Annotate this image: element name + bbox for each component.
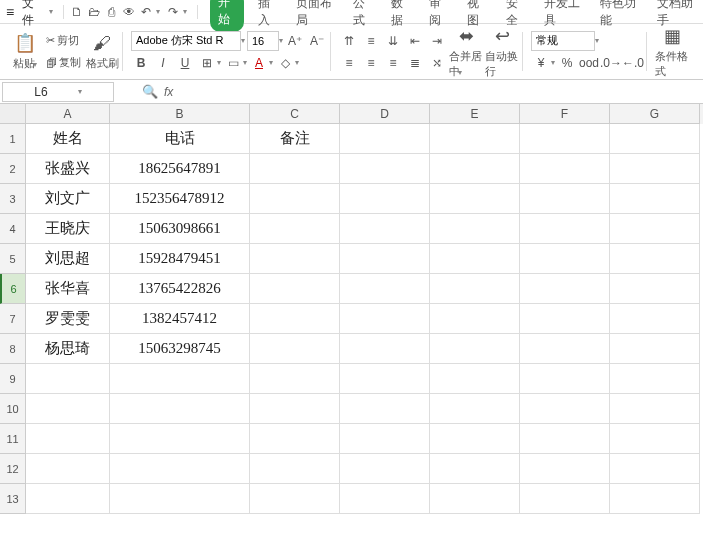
cell[interactable]: 15928479451 xyxy=(110,244,250,274)
col-header[interactable]: B xyxy=(110,104,250,124)
cell[interactable] xyxy=(250,304,340,334)
align-middle-icon[interactable]: ≡ xyxy=(361,31,381,51)
percent-icon[interactable]: % xyxy=(557,53,577,73)
chevron-down-icon[interactable]: ▾ xyxy=(241,36,245,45)
cell[interactable] xyxy=(610,304,700,334)
chevron-down-icon[interactable]: ▾ xyxy=(551,58,555,67)
row-header[interactable]: 13 xyxy=(0,484,26,514)
cell[interactable] xyxy=(610,454,700,484)
cell[interactable] xyxy=(430,424,520,454)
cell[interactable] xyxy=(250,484,340,514)
cell[interactable] xyxy=(26,424,110,454)
cell[interactable] xyxy=(610,154,700,184)
cell[interactable] xyxy=(26,394,110,424)
chevron-down-icon[interactable]: ▾ xyxy=(49,7,57,16)
conditional-format-button[interactable]: ▦ 条件格式 xyxy=(655,28,689,76)
cell[interactable] xyxy=(610,214,700,244)
cell[interactable] xyxy=(430,454,520,484)
hamburger-icon[interactable]: ≡ xyxy=(4,4,16,20)
zoom-icon[interactable]: 🔍 xyxy=(142,84,158,99)
cut-button[interactable]: ✂剪切 xyxy=(44,31,83,51)
cell[interactable] xyxy=(520,154,610,184)
font-color-button[interactable]: A xyxy=(249,53,269,73)
cell[interactable] xyxy=(340,394,430,424)
cell[interactable]: 备注 xyxy=(250,124,340,154)
print-preview-icon[interactable]: 👁 xyxy=(121,3,136,21)
col-header[interactable]: A xyxy=(26,104,110,124)
cell[interactable] xyxy=(430,184,520,214)
font-name-combo[interactable] xyxy=(131,31,241,51)
col-header[interactable]: G xyxy=(610,104,700,124)
cell[interactable] xyxy=(430,274,520,304)
undo-icon[interactable]: ↶ xyxy=(139,3,154,21)
row-header[interactable]: 12 xyxy=(0,454,26,484)
new-icon[interactable]: 🗋 xyxy=(69,3,84,21)
print-icon[interactable]: ⎙ xyxy=(104,3,119,21)
align-center-icon[interactable]: ≡ xyxy=(361,53,381,73)
cell[interactable]: 姓名 xyxy=(26,124,110,154)
row-header[interactable]: 7 xyxy=(0,304,26,334)
cell[interactable]: 张华喜 xyxy=(26,274,110,304)
chevron-down-icon[interactable]: ▾ xyxy=(243,58,247,67)
wrap-text-button[interactable]: ↩ 自动换行 xyxy=(485,28,519,76)
clear-button[interactable]: ◇ xyxy=(275,53,295,73)
row-header[interactable]: 11 xyxy=(0,424,26,454)
cell[interactable] xyxy=(250,154,340,184)
cell[interactable] xyxy=(430,154,520,184)
cell[interactable] xyxy=(26,454,110,484)
row-header[interactable]: 10 xyxy=(0,394,26,424)
cell[interactable] xyxy=(340,304,430,334)
cell[interactable] xyxy=(340,334,430,364)
comma-icon[interactable]: ood xyxy=(579,53,599,73)
underline-button[interactable]: U xyxy=(175,53,195,73)
cell[interactable] xyxy=(430,244,520,274)
cell[interactable]: 电话 xyxy=(110,124,250,154)
cell[interactable] xyxy=(520,394,610,424)
cell[interactable]: 杨思琦 xyxy=(26,334,110,364)
row-header[interactable]: 5 xyxy=(0,244,26,274)
fx-label[interactable]: fx xyxy=(164,85,173,99)
cell[interactable] xyxy=(520,274,610,304)
row-header[interactable]: 3 xyxy=(0,184,26,214)
cell[interactable] xyxy=(610,184,700,214)
chevron-down-icon[interactable]: ▾ xyxy=(78,87,82,96)
row-header[interactable]: 8 xyxy=(0,334,26,364)
cell[interactable] xyxy=(250,334,340,364)
cell[interactable] xyxy=(26,484,110,514)
indent-increase-icon[interactable]: ⇥ xyxy=(427,31,447,51)
cell[interactable] xyxy=(250,184,340,214)
cell[interactable] xyxy=(430,394,520,424)
col-header[interactable]: C xyxy=(250,104,340,124)
merge-center-button[interactable]: ⬌ 合并居中▾ xyxy=(449,28,483,76)
cell[interactable] xyxy=(110,484,250,514)
cell[interactable] xyxy=(110,454,250,484)
cell[interactable] xyxy=(110,424,250,454)
cell[interactable]: 罗雯雯 xyxy=(26,304,110,334)
chevron-down-icon[interactable]: ▾ xyxy=(269,58,273,67)
fill-color-button[interactable]: ▭ xyxy=(223,53,243,73)
justify-icon[interactable]: ≣ xyxy=(405,53,425,73)
increase-decimal-icon[interactable]: .0→ xyxy=(601,53,621,73)
cell[interactable] xyxy=(520,124,610,154)
format-painter-button[interactable]: 🖌 格式刷 xyxy=(85,28,119,76)
cell[interactable] xyxy=(340,484,430,514)
formula-input[interactable] xyxy=(177,82,703,102)
cell[interactable] xyxy=(430,364,520,394)
row-header[interactable]: 1 xyxy=(0,124,26,154)
cell[interactable] xyxy=(340,424,430,454)
cell[interactable]: 15063298745 xyxy=(110,334,250,364)
cell[interactable] xyxy=(610,124,700,154)
cell[interactable] xyxy=(430,304,520,334)
cell[interactable] xyxy=(110,394,250,424)
row-header[interactable]: 2 xyxy=(0,154,26,184)
decrease-font-icon[interactable]: A⁻ xyxy=(307,31,327,51)
cell[interactable] xyxy=(250,424,340,454)
cell[interactable] xyxy=(610,244,700,274)
cell[interactable] xyxy=(430,214,520,244)
cell[interactable] xyxy=(520,484,610,514)
paste-button[interactable]: 📋 粘贴▾ xyxy=(8,28,42,76)
cell[interactable] xyxy=(250,274,340,304)
cell[interactable] xyxy=(520,424,610,454)
cell[interactable] xyxy=(250,454,340,484)
cell[interactable] xyxy=(250,214,340,244)
